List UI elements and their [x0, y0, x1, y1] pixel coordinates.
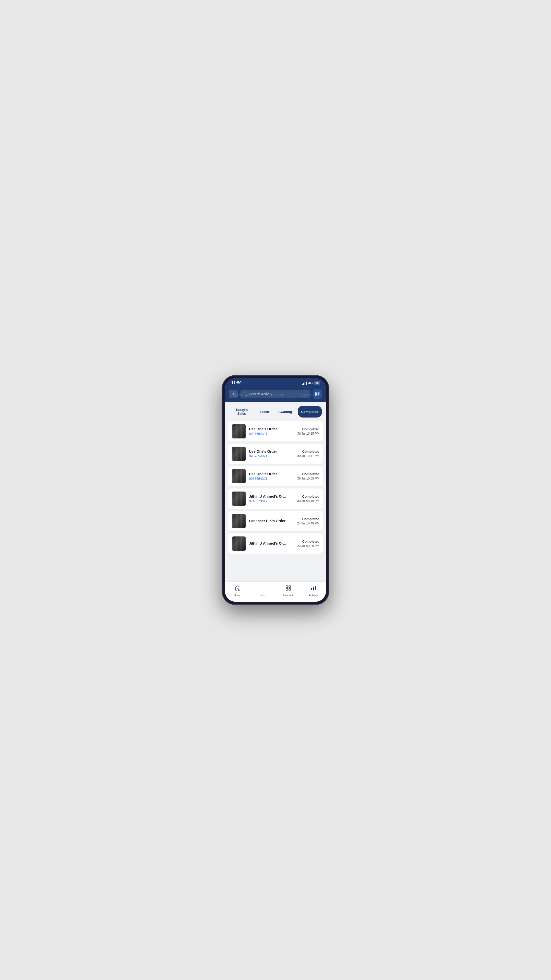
activity-label: Activity — [309, 593, 318, 597]
signal-icon — [302, 381, 306, 385]
tabs-container: Today's Sales Taken Awaiting Completed — [225, 402, 326, 420]
svg-rect-19 — [311, 588, 312, 590]
header: AppScreens AppScreens AppScreens — [225, 387, 326, 402]
nav-activity[interactable]: Activity — [306, 585, 321, 597]
svg-rect-18 — [289, 589, 291, 590]
order-thumbnail — [232, 514, 246, 528]
svg-rect-16 — [289, 586, 291, 587]
order-meta: Completed 24 Jul 10:48 PM — [297, 517, 319, 525]
order-date: 30 Jul 10:11 PM — [297, 454, 319, 458]
order-date: 30 Jul 10:15 PM — [297, 432, 319, 435]
order-phone: 0987654321 — [249, 432, 294, 436]
order-meta: Completed 23 Jul 09:29 PM — [297, 539, 319, 548]
tab-todays-sales[interactable]: Today's Sales — [229, 406, 254, 417]
order-status: Completed — [297, 450, 319, 453]
product-label: Product — [283, 593, 293, 597]
network-label: 4G — [308, 381, 313, 385]
scan-icon — [260, 585, 266, 593]
order-meta: Completed 30 Jul 10:15 PM — [297, 427, 319, 435]
order-info: Jithin U Ahmed's Or... 9746573617 — [249, 494, 294, 503]
svg-rect-17 — [286, 589, 288, 590]
order-card[interactable]: Jithin U Ahmed's Or... 9746573617 Comple… — [228, 488, 323, 509]
svg-rect-20 — [313, 587, 314, 590]
order-info: Use One's Order 0987654321 — [249, 427, 294, 436]
search-icon — [243, 392, 247, 396]
order-status: Completed — [297, 427, 319, 431]
tab-completed[interactable]: Completed — [298, 406, 322, 417]
order-status: Completed — [297, 472, 319, 476]
phone-frame: 11:50 4G 36 AppScreens AppScreens AppScr… — [222, 375, 329, 605]
search-bar[interactable] — [240, 390, 310, 398]
order-phone: 0987654321 — [249, 477, 294, 480]
status-icons: 4G 36 — [302, 381, 320, 385]
nav-product[interactable]: Product — [281, 585, 296, 597]
order-meta: Completed 30 Jul 10:08 PM — [297, 472, 319, 480]
home-label: Home — [234, 593, 241, 597]
order-date: 24 Jul 10:48 PM — [297, 522, 319, 525]
order-status: Completed — [297, 517, 319, 521]
order-name: Use One's Order — [249, 472, 294, 476]
svg-rect-5 — [316, 393, 317, 393]
bottom-nav: Home Scan — [225, 582, 326, 602]
order-card[interactable]: Use One's Order 0987654321 Completed 30 … — [228, 466, 323, 487]
svg-rect-7 — [316, 395, 317, 396]
order-date: 23 Jul 09:29 PM — [297, 544, 319, 548]
order-thumbnail — [232, 492, 246, 506]
scan-label: Scan — [260, 593, 266, 597]
battery-badge: 36 — [314, 381, 320, 385]
order-status: Completed — [297, 539, 319, 543]
order-date: 30 Jul 08:10 PM — [297, 499, 319, 503]
order-phone: 0987654321 — [249, 454, 294, 458]
svg-rect-6 — [318, 393, 319, 393]
back-button[interactable] — [229, 390, 238, 398]
product-icon — [285, 585, 291, 593]
order-name: Use One's Order — [249, 427, 294, 431]
status-time: 11:50 — [231, 381, 241, 385]
order-thumbnail — [232, 424, 246, 438]
activity-icon — [310, 585, 317, 593]
order-thumbnail — [232, 536, 246, 551]
order-name: Sansheer P K's Order — [249, 519, 294, 523]
order-meta: Completed 30 Jul 10:11 PM — [297, 450, 319, 458]
tab-taken[interactable]: Taken — [256, 406, 273, 417]
order-info: Use One's Order 0987654321 — [249, 472, 294, 480]
svg-rect-21 — [315, 586, 316, 590]
order-phone: 9746573617 — [249, 499, 294, 503]
svg-line-1 — [246, 395, 247, 396]
status-bar: 11:50 4G 36 — [225, 378, 326, 387]
order-name: Jithin U Ahmed's Or... — [249, 494, 294, 498]
order-date: 30 Jul 10:08 PM — [297, 477, 319, 480]
nav-home[interactable]: Home — [230, 585, 245, 597]
order-info: Jithin U Ahmed's Or... — [249, 541, 294, 546]
order-name: Jithin U Ahmed's Or... — [249, 541, 294, 546]
order-status: Completed — [297, 495, 319, 498]
tab-awaiting[interactable]: Awaiting — [275, 406, 295, 417]
order-info: Use One's Order 0987654321 — [249, 449, 294, 458]
home-icon — [235, 585, 241, 593]
order-info: Sansheer P K's Order — [249, 519, 294, 524]
order-card[interactable]: Jithin U Ahmed's Or... Completed 23 Jul … — [228, 533, 323, 554]
order-card[interactable]: Use One's Order 0987654321 Completed 30 … — [228, 421, 323, 442]
search-input[interactable] — [249, 392, 307, 396]
svg-rect-15 — [286, 586, 288, 587]
nav-scan[interactable]: Scan — [256, 585, 271, 597]
order-card[interactable]: Sansheer P K's Order Completed 24 Jul 10… — [228, 511, 323, 531]
order-thumbnail — [232, 447, 246, 461]
order-meta: Completed 30 Jul 08:10 PM — [297, 495, 319, 503]
phone-screen: 11:50 4G 36 AppScreens AppScreens AppScr… — [225, 378, 326, 602]
order-name: Use One's Order — [249, 449, 294, 453]
qr-icon — [315, 391, 320, 396]
qr-scan-button[interactable] — [313, 390, 322, 399]
order-card[interactable]: Use One's Order 0987654321 Completed 30 … — [228, 444, 323, 464]
order-list: Use One's Order 0987654321 Completed 30 … — [225, 420, 326, 582]
order-thumbnail — [232, 469, 246, 484]
